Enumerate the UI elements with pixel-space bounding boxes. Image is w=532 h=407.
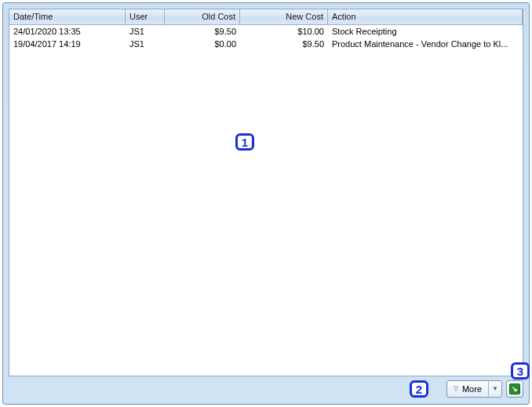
bottom-toolbar: ▽ More ▼ ↘: [9, 380, 523, 398]
export-excel-button[interactable]: ↘: [506, 380, 523, 398]
more-label: More: [462, 384, 482, 394]
table-row[interactable]: 24/01/2020 13:35 JS1 $9.50 $10.00 Stock …: [9, 25, 523, 38]
grid-header: Date/Time User Old Cost New Cost Action: [9, 9, 523, 25]
cell-action: Stock Receipting: [328, 25, 523, 38]
cell-datetime: 24/01/2020 13:35: [9, 25, 126, 38]
cell-user: JS1: [126, 25, 165, 38]
col-header-user[interactable]: User: [126, 9, 165, 24]
window-frame: Date/Time User Old Cost New Cost Action …: [2, 2, 530, 405]
caret-down-icon: ▼: [492, 386, 498, 392]
annotation-marker-1: 1: [235, 133, 254, 151]
cell-oldcost: $0.00: [165, 38, 240, 50]
col-header-datetime[interactable]: Date/Time: [9, 9, 126, 24]
cell-user: JS1: [126, 38, 165, 50]
col-header-action[interactable]: Action: [328, 9, 523, 24]
cell-action: Product Maintenance - Vendor Change to K…: [328, 38, 523, 50]
cell-datetime: 19/04/2017 14:19: [9, 38, 126, 50]
table-row[interactable]: 19/04/2017 14:19 JS1 $0.00 $9.50 Product…: [9, 38, 523, 50]
annotation-marker-3: 3: [511, 362, 530, 380]
col-header-oldcost[interactable]: Old Cost: [165, 9, 240, 24]
annotation-marker-2: 2: [410, 380, 428, 398]
more-button-main[interactable]: ▽ More: [447, 381, 489, 397]
cell-newcost: $10.00: [240, 25, 328, 38]
col-header-newcost[interactable]: New Cost: [240, 9, 328, 24]
grid-panel: Date/Time User Old Cost New Cost Action …: [9, 9, 523, 376]
chevron-down-icon: ▽: [454, 386, 458, 392]
cell-oldcost: $9.50: [165, 25, 240, 38]
more-dropdown-toggle[interactable]: ▼: [489, 381, 501, 397]
excel-icon: ↘: [509, 383, 520, 394]
more-button[interactable]: ▽ More ▼: [446, 380, 502, 398]
cell-newcost: $9.50: [240, 38, 328, 50]
grid-body[interactable]: 24/01/2020 13:35 JS1 $9.50 $10.00 Stock …: [9, 25, 523, 50]
